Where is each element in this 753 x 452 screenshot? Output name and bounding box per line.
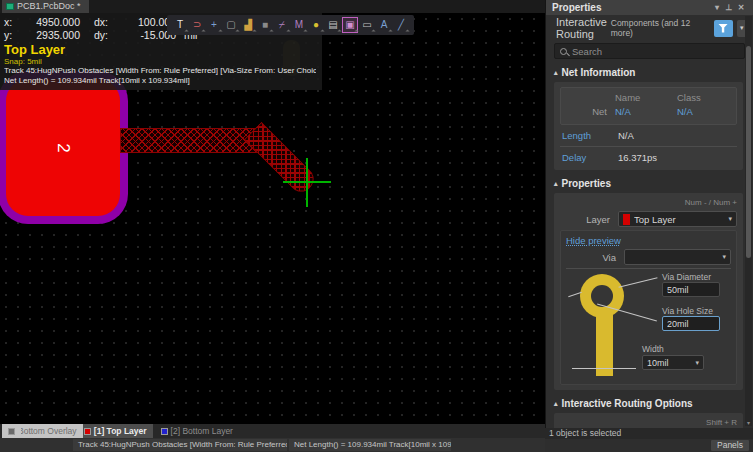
hud-track-info-line1: Track 45:HugNPush Obstacles [Width From:…: [4, 66, 316, 76]
panels-button[interactable]: Panels: [711, 440, 749, 451]
hide-preview-link[interactable]: Hide preview: [566, 235, 621, 246]
properties-panel: Properties ▾ ⊥ ✕ Interactive Routing Com…: [545, 0, 753, 452]
panel-pin-icon[interactable]: ⊥: [723, 3, 735, 12]
net-name-value[interactable]: N/A: [615, 105, 677, 119]
pcb-pad-2[interactable]: 2: [0, 71, 128, 224]
polygon-icon[interactable]: M: [291, 17, 307, 33]
width-dropdown[interactable]: 10mil ▾: [642, 355, 704, 370]
chevron-down-icon: ▾: [740, 24, 744, 32]
histogram-icon[interactable]: ▟: [240, 17, 256, 33]
delay-label[interactable]: Delay: [560, 150, 610, 165]
filter-select-icon[interactable]: T: [172, 17, 188, 33]
panel-scrollbar-thumb[interactable]: [746, 46, 751, 258]
via-diameter-input[interactable]: [662, 282, 720, 297]
via-preview-box: Hide preview Via ▾: [560, 230, 737, 385]
image-tool-icon[interactable]: ▣: [342, 17, 358, 33]
hud-dx-label: dx:: [94, 16, 120, 29]
search-box[interactable]: [554, 43, 745, 59]
pcb-doc-icon: [6, 3, 14, 10]
layer-stack-icon[interactable]: ▤: [325, 17, 341, 33]
layer-color-icon: [161, 428, 168, 435]
collapse-icon: ▴: [554, 180, 558, 188]
via-hole-size-input[interactable]: [662, 316, 720, 331]
document-tab[interactable]: PCB1.PcbDoc *: [2, 0, 89, 13]
snap-crosshair-icon[interactable]: +: [206, 17, 222, 33]
scroll-down-icon[interactable]: ▾: [745, 419, 752, 426]
net-information-title: Net Information: [562, 67, 636, 78]
measure-icon[interactable]: ⌿: [274, 17, 290, 33]
collapse-icon: ▴: [554, 69, 558, 77]
layer-label: Layer: [560, 214, 618, 225]
net-row: Net N/A N/A: [565, 105, 732, 119]
net-col-class: Class: [677, 91, 732, 105]
pcb-canvas[interactable]: 2 x: 4950.000 dx: 100.000 mil y: 2935.00…: [0, 13, 545, 424]
layer-dropdown[interactable]: Top Layer ▾: [618, 211, 737, 227]
net-col-name: Name: [615, 91, 677, 105]
shift-r-hint: Shift + R: [560, 418, 737, 428]
via-dropdown[interactable]: ▾: [624, 249, 731, 265]
chevron-down-icon: ▾: [695, 359, 699, 367]
net-information-box: Name Class Net N/A N/A Length N/A Delay …: [554, 82, 743, 170]
collapse-icon: ▴: [554, 400, 558, 408]
active-bar-toolbar: T ⊃ + ▢ ▟ ■ ⌿ M ● ▤ ▣ ▭ A ╱: [167, 15, 414, 35]
length-label[interactable]: Length: [560, 128, 610, 143]
layer-row: Layer Top Layer ▾: [560, 211, 737, 227]
chevron-down-icon: ▾: [722, 253, 726, 261]
via-diagram: Via Diameter Via Hole Size Width 10mil ▾: [566, 272, 731, 380]
via-icon[interactable]: ●: [308, 17, 324, 33]
properties-section-header[interactable]: ▴ Properties: [546, 174, 753, 191]
hud-dy-label: dy:: [94, 29, 120, 42]
via-hole-shape: [591, 285, 613, 307]
via-row: Via ▾: [566, 249, 731, 265]
layer-color-icon: [8, 428, 15, 435]
panel-header-row: Interactive Routing Components (and 12 m…: [546, 15, 753, 41]
layer-tab-partial[interactable]: [2, 424, 21, 438]
text-icon[interactable]: A: [376, 17, 392, 33]
layer-tab-bottom[interactable]: [2] Bottom Layer: [155, 424, 239, 438]
line-icon[interactable]: ╱: [393, 17, 409, 33]
properties-section-title: Properties: [562, 178, 611, 189]
status-track-info: Track 45:HugNPush Obstacles [Width From:…: [73, 439, 287, 451]
pcb-pad-2-copper: 2: [6, 79, 120, 216]
pad-icon[interactable]: ■: [257, 17, 273, 33]
num-shortcut-hint: Num - / Num +: [560, 198, 737, 208]
hud-active-layer: Top Layer: [4, 42, 316, 57]
via-hole-size-label: Via Hole Size: [662, 306, 713, 316]
search-row: [546, 41, 753, 63]
hud-x-value: 4950.000: [20, 16, 80, 29]
scope-filter-button[interactable]: [714, 20, 733, 37]
diameter-dim-line-right: [618, 277, 657, 288]
layer-color-icon: [84, 428, 91, 435]
hud-track-info-line2: Net Length() = 109.934mil Track[10mil x …: [4, 76, 316, 86]
delay-value: 16.371ps: [610, 150, 657, 165]
layer-value: Top Layer: [634, 214, 724, 225]
layer-color-swatch: [623, 214, 630, 225]
net-class-value[interactable]: N/A: [677, 105, 732, 119]
routing-options-header[interactable]: ▴ Interactive Routing Options: [546, 394, 753, 411]
track-width-shape: [596, 314, 613, 376]
selection-box-icon[interactable]: ▢: [223, 17, 239, 33]
layer-tab-top[interactable]: [1] Top Layer: [78, 424, 153, 438]
document-tab-label: PCB1.PcbDoc *: [17, 0, 81, 13]
chevron-down-icon: ▾: [728, 215, 732, 223]
properties-panel-titlebar: Properties ▾ ⊥ ✕: [546, 0, 753, 15]
search-input[interactable]: [572, 46, 739, 57]
width-label: Width: [642, 344, 664, 354]
net-information-header[interactable]: ▴ Net Information: [546, 63, 753, 80]
filter-funnel-icon: [718, 24, 728, 33]
hud-snap-info: Snap: 5mil: [4, 57, 316, 66]
route-icon[interactable]: ⊃: [189, 17, 205, 33]
status-bar: Track 45:HugNPush Obstacles [Width From:…: [0, 438, 545, 452]
room-icon[interactable]: ▭: [359, 17, 375, 33]
panel-mode-label: Interactive Routing: [556, 16, 607, 40]
panel-scope-label[interactable]: Components (and 12 more): [611, 18, 710, 38]
panel-close-icon[interactable]: ✕: [735, 3, 747, 12]
hud-x-label: x:: [4, 16, 20, 29]
width-dim-line: [572, 368, 636, 369]
panel-scrollbar[interactable]: ▾: [745, 16, 752, 426]
cursor-crosshair-vertical: [306, 158, 308, 207]
document-tab-bar: PCB1.PcbDoc *: [0, 0, 545, 13]
panel-dropdown-icon[interactable]: ▾: [711, 3, 723, 12]
width-value: 10mil: [647, 358, 695, 368]
net-table-header-row: Name Class: [565, 91, 732, 105]
